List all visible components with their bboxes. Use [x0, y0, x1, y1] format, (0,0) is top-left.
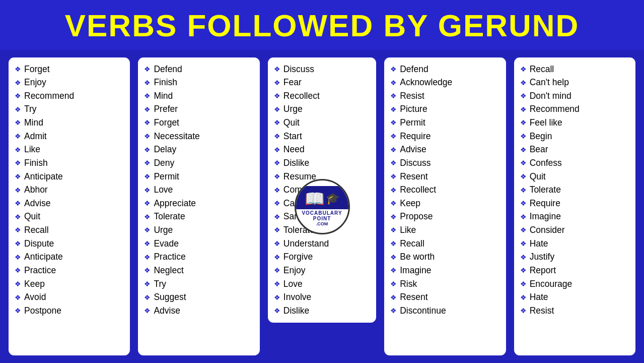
word-label: Consider [530, 224, 565, 236]
diamond-icon: ❖ [390, 65, 397, 74]
diamond-icon: ❖ [520, 293, 527, 302]
list-item: ❖Finish [15, 156, 126, 170]
word-column-2: ❖Defend❖Finish❖Mind❖Prefer❖Forget❖Necess… [136, 56, 261, 357]
word-label: Suggest [154, 291, 186, 304]
list-item: ❖Hate [520, 237, 631, 251]
list-item: ❖Dispute [15, 237, 126, 251]
diamond-icon: ❖ [520, 158, 527, 168]
list-item: ❖Require [390, 130, 502, 143]
word-label: Abhor [24, 184, 48, 196]
list-item: ❖Risk [390, 277, 502, 291]
list-item: ❖Recommend [15, 89, 126, 103]
diamond-icon: ❖ [144, 293, 151, 302]
list-item: ❖Permit [390, 116, 502, 130]
list-item: ❖Justify [520, 251, 631, 264]
word-label: Finish [154, 77, 177, 89]
list-item: ❖Confess [520, 156, 631, 170]
word-label: Try [24, 103, 37, 115]
list-item: ❖Consider [520, 224, 631, 237]
diamond-icon: ❖ [520, 172, 527, 182]
word-label: Quit [530, 171, 546, 183]
word-label: Defend [154, 64, 182, 76]
word-label: Tolerate [530, 184, 561, 196]
diamond-icon: ❖ [520, 239, 527, 249]
list-item: ❖Resent [390, 291, 502, 305]
list-item: ❖Like [390, 224, 502, 237]
diamond-icon: ❖ [274, 65, 280, 74]
vocabulary-point-logo: 📖 🎓 VOCABULARY POINT .COM [295, 179, 350, 234]
list-item: ❖Mind [144, 89, 255, 103]
diamond-icon: ❖ [274, 118, 280, 128]
word-label: Try [154, 278, 166, 290]
list-item: ❖Anticipate [15, 170, 126, 184]
diamond-icon: ❖ [15, 158, 21, 168]
word-label: Finish [24, 157, 48, 169]
word-label: Resist [400, 90, 424, 102]
list-item: ❖Resist [390, 89, 502, 103]
word-label: Be worth [400, 251, 435, 263]
word-label: Recall [400, 238, 424, 250]
diamond-icon: ❖ [15, 118, 21, 128]
word-label: Require [400, 131, 431, 143]
list-item: ❖Feel like [520, 116, 631, 130]
diamond-icon: ❖ [390, 199, 397, 208]
word-label: Forget [154, 117, 179, 129]
word-label: Resist [530, 305, 554, 317]
diamond-icon: ❖ [390, 158, 397, 168]
word-column-5: ❖Recall❖Can't help❖Don't mind❖Recommend❖… [513, 56, 637, 357]
word-label: Recall [530, 64, 554, 76]
list-item: ❖Picture [390, 103, 502, 116]
word-label: Risk [400, 278, 417, 290]
diamond-icon: ❖ [520, 212, 527, 222]
list-item: ❖Recollect [390, 184, 502, 197]
list-item: ❖Hate [520, 291, 631, 305]
diamond-icon: ❖ [274, 199, 280, 208]
word-label: Don't mind [530, 90, 571, 102]
word-label: Can't help [530, 77, 569, 89]
word-label: Justify [530, 251, 555, 263]
list-item: ❖Recall [520, 63, 631, 76]
list-item: ❖Involve [274, 291, 372, 305]
word-label: Discuss [400, 157, 431, 169]
list-item: ❖Keep [15, 277, 126, 291]
list-item: ❖Acknowledge [390, 76, 502, 90]
logo-text-com: .COM [316, 221, 328, 226]
diamond-icon: ❖ [390, 225, 397, 235]
list-item: ❖Defend [144, 63, 255, 76]
diamond-icon: ❖ [15, 253, 21, 262]
list-item: ❖Try [144, 277, 255, 291]
diamond-icon: ❖ [274, 186, 280, 195]
word-label: Permit [154, 171, 179, 183]
diamond-icon: ❖ [390, 91, 397, 101]
list-item: ❖Necessitate [144, 130, 255, 143]
list-item: ❖Forgive [274, 251, 372, 264]
diamond-icon: ❖ [15, 266, 21, 275]
word-label: Practice [154, 251, 185, 263]
word-label: Neglect [154, 265, 183, 277]
word-label: Require [530, 198, 560, 210]
word-label: Anticipate [24, 251, 63, 263]
diamond-icon: ❖ [520, 186, 527, 195]
diamond-icon: ❖ [15, 225, 21, 235]
word-label: Avoid [24, 291, 46, 304]
list-item: ❖Tolerate [520, 184, 631, 197]
diamond-icon: ❖ [274, 225, 280, 235]
diamond-icon: ❖ [144, 132, 151, 141]
list-item: ❖Delay [144, 143, 255, 157]
word-label: Hate [530, 291, 548, 304]
word-label: Imagine [530, 211, 561, 223]
diamond-icon: ❖ [390, 266, 397, 275]
word-label: Tolerate [154, 211, 185, 223]
list-item: ❖Resent [390, 170, 502, 184]
diamond-icon: ❖ [520, 225, 527, 235]
list-item: ❖Advise [390, 143, 502, 157]
word-label: Acknowledge [400, 77, 452, 89]
diamond-icon: ❖ [390, 132, 397, 141]
diamond-icon: ❖ [144, 91, 151, 101]
diamond-icon: ❖ [15, 65, 21, 74]
diamond-icon: ❖ [390, 293, 397, 302]
logo-bottom: VOCABULARY POINT .COM [300, 209, 344, 227]
list-item: ❖Quit [15, 210, 126, 224]
diamond-icon: ❖ [144, 105, 151, 114]
word-label: Discuss [283, 64, 314, 76]
